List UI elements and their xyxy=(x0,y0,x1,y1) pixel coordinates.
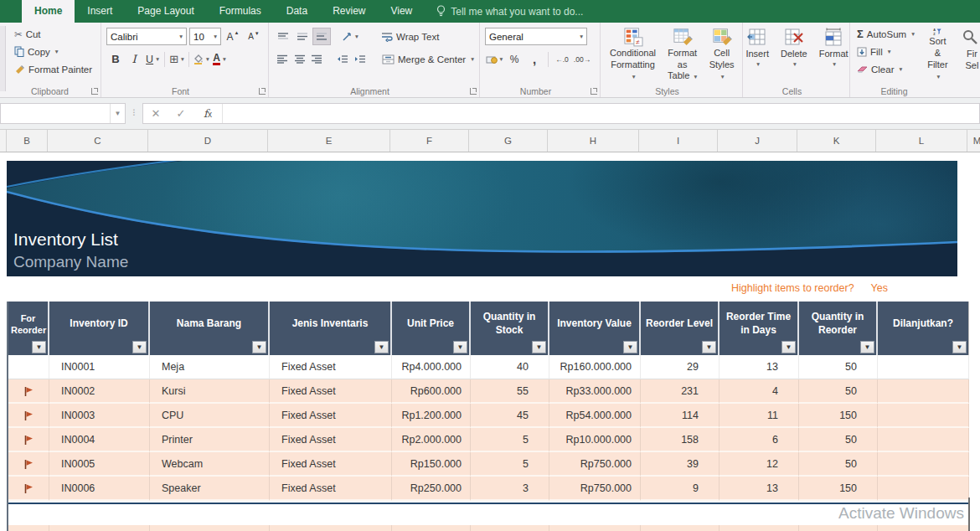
wrap-text-button[interactable]: Wrap Text xyxy=(379,28,441,45)
filter-button[interactable]: ▼ xyxy=(860,341,874,353)
cell-reorder-days[interactable]: 11 xyxy=(720,404,799,428)
name-box[interactable]: ▼ xyxy=(0,103,126,124)
cell-reorder-flag[interactable] xyxy=(8,428,49,452)
ribbon-tab-review[interactable]: Review xyxy=(320,0,378,23)
cell-inventory-value[interactable]: Rp10.000.000 xyxy=(549,428,641,452)
insert-function-button[interactable]: fx xyxy=(193,107,222,120)
increase-font-size-button[interactable]: A▲ xyxy=(224,28,242,45)
filter-button[interactable]: ▼ xyxy=(252,341,266,353)
cell-unit-price[interactable]: Rp3.000.000 xyxy=(392,525,471,531)
cell-dilanjutkan[interactable] xyxy=(878,404,969,428)
filter-button[interactable]: ▼ xyxy=(132,341,147,353)
header-for-reorder[interactable]: For Reorder▼ xyxy=(8,302,49,355)
cell-reorder-days[interactable]: 3 xyxy=(720,525,799,531)
font-color-button[interactable]: A▾ xyxy=(210,50,229,68)
filter-button[interactable]: ▼ xyxy=(32,341,46,353)
merge-center-button[interactable]: Merge & Center ▾ xyxy=(380,50,476,68)
column-header-K[interactable]: K xyxy=(797,130,876,152)
cell-reorder-level[interactable]: 158 xyxy=(641,428,720,452)
column-header-J[interactable]: J xyxy=(718,130,797,152)
conditional-formatting-button[interactable]: ≠ Conditional Formatting ▾ xyxy=(606,25,660,84)
cell-unit-price[interactable]: Rp4.000.000 xyxy=(392,355,471,379)
align-center-button[interactable] xyxy=(291,50,308,68)
align-left-button[interactable] xyxy=(274,50,291,68)
column-header-D[interactable]: D xyxy=(148,130,268,152)
clipboard-dialog-launcher[interactable] xyxy=(91,88,98,95)
cell-quantity-in-stock[interactable]: 40 xyxy=(471,355,549,379)
cell-dilanjutkan[interactable] xyxy=(878,355,969,379)
header-unit-price[interactable]: Unit Price▼ xyxy=(392,302,471,355)
cell-reorder-level[interactable]: 29 xyxy=(641,355,720,379)
column-header-M[interactable]: M xyxy=(967,130,980,152)
cell-dilanjutkan[interactable] xyxy=(878,379,969,404)
fill-button[interactable]: Fill ▾ xyxy=(855,43,916,60)
increase-decimal-button[interactable]: ←.0 xyxy=(553,50,571,68)
column-header-L[interactable]: L xyxy=(876,130,967,152)
format-painter-button[interactable]: Format Painter xyxy=(13,60,97,78)
autosum-button[interactable]: Σ AutoSum ▾ xyxy=(855,25,916,43)
align-top-button[interactable] xyxy=(274,28,292,45)
ribbon-tab-home[interactable]: Home xyxy=(22,0,75,23)
cell-quantity-in-stock[interactable]: 45 xyxy=(471,404,549,428)
copy-button[interactable]: Copy ▾ xyxy=(13,43,97,60)
cell-quantity-in-reorder[interactable]: 100 xyxy=(799,525,878,531)
cell-inventory-id[interactable]: IN0005 xyxy=(49,452,150,477)
cell-nama-barang[interactable]: Speaker xyxy=(150,477,270,501)
format-as-table-button[interactable]: Format as Table ▾ xyxy=(662,25,703,84)
header-reorder-time[interactable]: Reorder Time in Days▼ xyxy=(720,302,799,355)
formula-bar-grip[interactable]: ⁝ xyxy=(132,106,136,118)
cell-inventory-value[interactable]: Rp54.000.000 xyxy=(549,404,641,428)
ribbon-tab-data[interactable]: Data xyxy=(274,0,320,23)
decrease-font-size-button[interactable]: A▼ xyxy=(245,28,263,45)
cell-inventory-value[interactable]: Rp750.000 xyxy=(549,452,641,477)
column-header-H[interactable]: H xyxy=(548,130,639,152)
formula-input[interactable] xyxy=(222,104,979,123)
comma-style-button[interactable]: , xyxy=(525,50,544,68)
header-dilanjutkan[interactable]: Dilanjutkan?▼ xyxy=(878,302,969,355)
cell-reorder-level[interactable]: 9 xyxy=(641,477,720,501)
number-format-combo[interactable]: General ▾ xyxy=(485,28,587,45)
name-box-caret[interactable]: ▼ xyxy=(110,104,125,123)
percent-style-button[interactable]: % xyxy=(505,50,524,68)
cell-quantity-in-stock[interactable]: 5 xyxy=(471,452,549,477)
find-select-button-clipped[interactable]: Fir Sel xyxy=(959,25,980,84)
cell-jenis-inventaris[interactable]: Fixed Asset xyxy=(270,428,392,452)
number-dialog-launcher[interactable] xyxy=(591,88,597,95)
cancel-entry-button[interactable]: ✕ xyxy=(143,107,168,120)
cell-quantity-in-stock[interactable]: 5 xyxy=(471,428,549,452)
column-header-G[interactable]: G xyxy=(469,130,548,152)
column-header-C[interactable]: C xyxy=(48,130,148,152)
sort-filter-button[interactable]: A Z Sort & Filter ▾ xyxy=(921,25,954,84)
cell-inventory-value[interactable]: Rp33.000.000 xyxy=(549,379,641,404)
font-dialog-launcher[interactable] xyxy=(259,88,266,95)
cell-inventory-id[interactable]: IN0008 xyxy=(49,525,150,531)
format-cells-button[interactable]: Format ▾ xyxy=(815,25,853,84)
fill-color-button[interactable]: ▾ xyxy=(192,50,210,68)
decrease-decimal-button[interactable]: .00→ xyxy=(573,50,591,68)
cell-jenis-inventaris[interactable]: Fixed Asset xyxy=(270,452,392,477)
filter-button[interactable]: ▼ xyxy=(623,341,637,353)
cell-nama-barang[interactable]: Kursi xyxy=(150,379,270,404)
enter-entry-button[interactable]: ✓ xyxy=(168,107,193,120)
cell-jenis-inventaris[interactable]: Fixed Asset xyxy=(270,404,392,428)
cell-nama-barang[interactable]: Webcam xyxy=(150,452,270,477)
accounting-format-button[interactable]: ▾ xyxy=(485,50,503,68)
cell-reorder-days[interactable]: 6 xyxy=(720,428,799,452)
cell-quantity-in-reorder[interactable]: 50 xyxy=(799,355,878,379)
cell-quantity-in-stock[interactable]: 3 xyxy=(471,477,549,501)
ribbon-tab-insert[interactable]: Insert xyxy=(75,0,125,23)
cell-reorder-days[interactable]: 12 xyxy=(720,452,799,477)
cell-unit-price[interactable]: Rp250.000 xyxy=(392,477,471,501)
column-header-I[interactable]: I xyxy=(639,130,718,152)
cell-reorder-flag[interactable] xyxy=(8,477,49,501)
cell-quantity-in-stock[interactable]: 10 xyxy=(471,525,549,531)
ribbon-tab-formulas[interactable]: Formulas xyxy=(207,0,274,23)
cell-inventory-id[interactable]: IN0001 xyxy=(49,355,150,379)
orientation-button[interactable]: ▾ xyxy=(341,28,359,45)
cell-inventory-id[interactable]: IN0003 xyxy=(49,404,150,428)
ribbon-tab-view[interactable]: View xyxy=(378,0,425,23)
cell-nama-barang[interactable]: Laptop xyxy=(150,525,270,531)
cell-jenis-inventaris[interactable]: Fixed Asset xyxy=(270,525,392,531)
header-reorder-level[interactable]: Reorder Level▼ xyxy=(641,302,720,355)
cell-dilanjutkan[interactable] xyxy=(878,428,969,452)
